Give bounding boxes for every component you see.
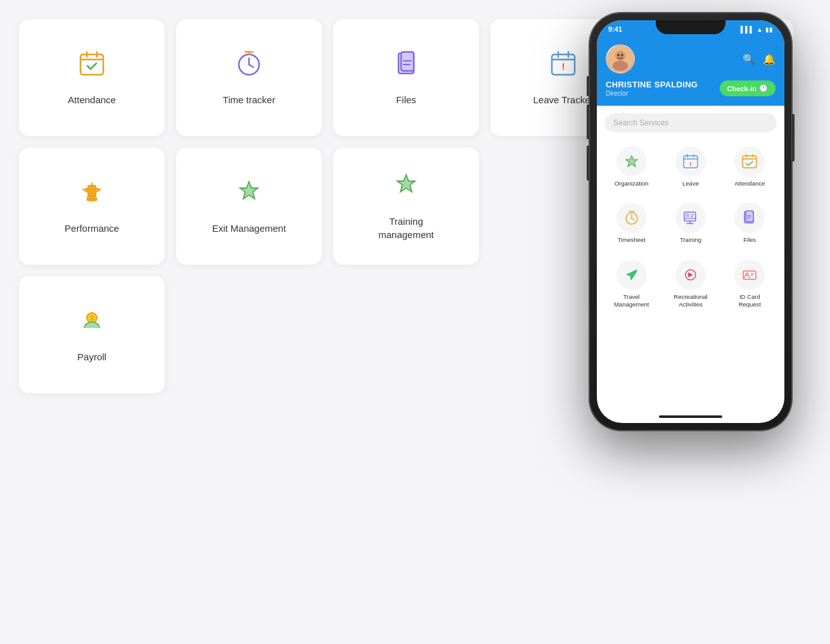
header-icons: 🔍 🔔: [743, 53, 776, 65]
app-item-attendance[interactable]: Attendance: [723, 141, 777, 193]
svg-point-26: [622, 54, 623, 56]
svg-line-38: [632, 218, 634, 220]
svg-text:!: !: [562, 61, 565, 72]
svg-rect-19: [88, 199, 96, 201]
status-icons: ▌▌▌ ▲ ▮▮: [741, 26, 773, 33]
phone-btn-vol-down: [587, 146, 589, 180]
leave-icon-circle: !: [675, 146, 706, 177]
phone-btn-power: [792, 114, 795, 161]
search-icon[interactable]: 🔍: [743, 53, 755, 65]
wifi-icon: ▲: [757, 26, 763, 33]
timesheet-icon-circle: [616, 203, 647, 233]
phone-mockup: 9:41 ▌▌▌ ▲ ▮▮: [589, 13, 805, 443]
battery-icon: ▮▮: [765, 26, 773, 33]
signal-bars-icon: ▌▌▌: [741, 26, 754, 33]
svg-point-25: [618, 54, 620, 56]
app-search-bar[interactable]: Search Services: [604, 113, 777, 132]
travel-app-icon-circle: [616, 260, 647, 290]
card-training-management[interactable]: Training management: [333, 148, 479, 265]
phone-btn-silent: [587, 76, 589, 96]
svg-point-24: [613, 61, 628, 71]
app-icon-grid: Organization !: [604, 141, 777, 313]
recreational-icon-circle: [675, 260, 706, 290]
svg-rect-32: [743, 156, 757, 168]
performance-label: Performance: [65, 222, 119, 235]
app-item-training[interactable]: Training: [663, 198, 717, 249]
svg-rect-52: [743, 271, 756, 279]
app-item-travel[interactable]: Travel Management: [604, 255, 658, 314]
attendance-app-icon-circle: [734, 146, 765, 177]
phone-btn-vol-up: [587, 104, 589, 139]
leave-tracker-icon: !: [549, 49, 577, 82]
leave-tracker-label: Leave Tracker: [533, 93, 593, 106]
time-tracker-label: Time tracker: [223, 93, 276, 106]
app-item-organization[interactable]: Organization: [604, 141, 658, 193]
user-name: CHRISTINE SPALDING: [606, 80, 698, 89]
app-header: 🔍 🔔 CHRISTINE SPALDING Director Check-in…: [597, 38, 784, 106]
app-item-timesheet[interactable]: Timesheet: [604, 198, 658, 249]
files-app-icon-circle: [734, 203, 765, 233]
leave-label: Leave: [682, 180, 699, 187]
svg-text:!: !: [689, 161, 691, 167]
avatar: [606, 44, 635, 73]
header-top: 🔍 🔔: [606, 44, 776, 73]
svg-text:$: $: [90, 314, 94, 322]
training-management-label: Training management: [378, 215, 434, 241]
attendance-label: Attendance: [68, 93, 116, 106]
training-management-icon: [392, 171, 420, 203]
svg-line-6: [249, 65, 253, 67]
attendance-app-label: Attendance: [734, 180, 765, 187]
checkin-button[interactable]: Check-in 🕐: [720, 80, 776, 96]
svg-point-23: [615, 51, 625, 61]
status-time: 9:41: [608, 25, 622, 33]
travel-management-label: Travel Management: [614, 293, 649, 309]
search-placeholder: Search Services: [613, 118, 668, 127]
id-card-label: ID Card Request: [739, 293, 761, 309]
performance-icon: [78, 178, 106, 210]
user-role: Director: [606, 90, 698, 97]
organization-label: Organization: [615, 180, 649, 187]
app-item-files[interactable]: Files: [723, 198, 777, 249]
card-files[interactable]: Files: [333, 19, 479, 136]
app-item-id-card[interactable]: ID Card Request: [723, 255, 777, 314]
id-card-icon-circle: [734, 260, 765, 290]
home-indicator: [659, 415, 722, 418]
training-icon-circle: [675, 203, 706, 233]
card-time-tracker[interactable]: Time tracker: [176, 19, 322, 136]
organization-icon-circle: [616, 146, 647, 177]
user-info: CHRISTINE SPALDING Director Check-in 🕐: [606, 80, 776, 97]
payroll-icon: $: [78, 306, 106, 339]
card-payroll[interactable]: $ Payroll: [19, 276, 165, 393]
exit-management-label: Exit Management: [212, 222, 286, 235]
attendance-icon: [78, 49, 106, 82]
svg-rect-42: [686, 213, 689, 217]
timesheet-label: Timesheet: [618, 236, 646, 244]
checkin-label: Check-in: [727, 85, 757, 92]
exit-management-icon: [235, 178, 263, 210]
app-body: Search Services Organization: [597, 106, 784, 321]
payroll-label: Payroll: [77, 350, 106, 363]
feature-grid: Attendance Time tracker: [0, 0, 494, 412]
files-label: Files: [396, 93, 416, 106]
notification-icon[interactable]: 🔔: [763, 53, 776, 65]
status-bar: 9:41 ▌▌▌ ▲ ▮▮: [597, 20, 784, 38]
svg-rect-0: [80, 54, 103, 75]
training-label: Training: [680, 236, 701, 244]
card-attendance[interactable]: Attendance: [19, 19, 165, 136]
app-item-recreational[interactable]: Recreational Activities: [663, 255, 717, 314]
files-app-label: Files: [743, 236, 756, 244]
clock-icon: 🕐: [759, 84, 768, 92]
app-item-leave[interactable]: ! Leave: [663, 141, 717, 193]
card-performance[interactable]: Performance: [19, 148, 165, 265]
files-icon: [392, 49, 420, 82]
notch: [656, 20, 725, 34]
time-tracker-icon: [235, 49, 263, 82]
card-exit-management[interactable]: Exit Management: [176, 148, 322, 265]
recreational-label: Recreational Activities: [674, 293, 707, 309]
